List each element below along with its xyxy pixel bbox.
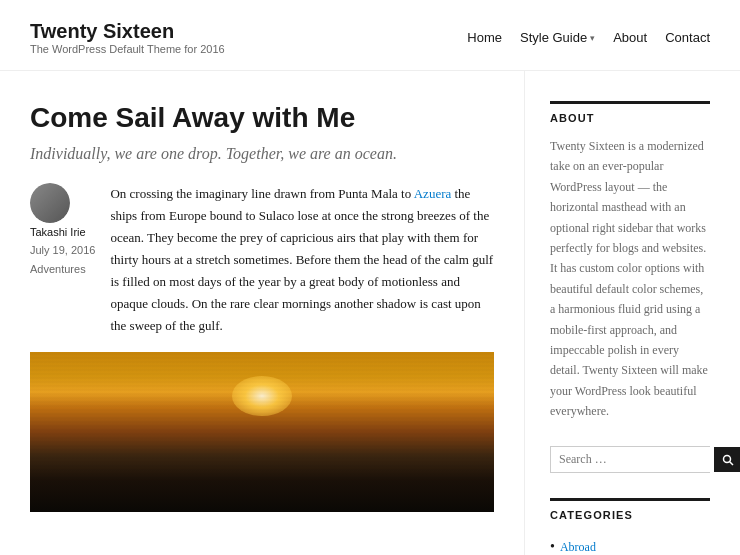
site-branding: Twenty Sixteen The WordPress Default The… xyxy=(30,20,225,55)
search-icon xyxy=(722,454,734,466)
post-date: July 19, 2016 xyxy=(30,241,95,260)
site-header: Twenty Sixteen The WordPress Default The… xyxy=(0,0,740,71)
author-name: Takashi Irie xyxy=(30,223,95,242)
post-body: Takashi Irie July 19, 2016 Adventures On… xyxy=(30,183,494,338)
post-title: Come Sail Away with Me xyxy=(30,101,494,135)
svg-point-0 xyxy=(724,455,731,462)
content-area: Come Sail Away with Me Individually, we … xyxy=(0,71,740,555)
post-subtitle: Individually, we are one drop. Together,… xyxy=(30,145,494,163)
main-nav: Home Style Guide ▾ About Contact xyxy=(467,30,710,45)
svg-line-1 xyxy=(730,461,734,465)
nav-style-guide[interactable]: Style Guide ▾ xyxy=(520,30,595,45)
avatar xyxy=(30,183,70,223)
list-item: Abroad xyxy=(550,533,710,555)
search-widget xyxy=(550,446,710,473)
post-text-area: On crossing the imaginary line drawn fro… xyxy=(110,183,494,338)
sidebar: ABOUT Twenty Sixteen is a modernized tak… xyxy=(525,71,710,555)
nav-contact[interactable]: Contact xyxy=(665,30,710,45)
post-body-text: On crossing the imaginary line drawn fro… xyxy=(110,183,494,338)
main-content: Come Sail Away with Me Individually, we … xyxy=(30,71,525,555)
about-widget-text: Twenty Sixteen is a modernized take on a… xyxy=(550,136,710,421)
categories-widget: CATEGORIES Abroad Adventures Balance Bay… xyxy=(550,498,710,555)
post-author-area: Takashi Irie July 19, 2016 Adventures xyxy=(30,183,95,338)
post-category: Adventures xyxy=(30,260,95,279)
post-link-azuera[interactable]: Azuera xyxy=(414,186,452,201)
category-abroad[interactable]: Abroad xyxy=(560,535,596,555)
search-form[interactable] xyxy=(550,446,710,473)
post-meta: Takashi Irie July 19, 2016 Adventures xyxy=(30,223,95,279)
about-widget: ABOUT Twenty Sixteen is a modernized tak… xyxy=(550,101,710,421)
categories-widget-title: CATEGORIES xyxy=(550,498,710,521)
categories-list: Abroad Adventures Balance Bay Boats Book… xyxy=(550,533,710,555)
chevron-down-icon: ▾ xyxy=(590,33,595,43)
post-image-container xyxy=(30,352,494,512)
search-input[interactable] xyxy=(551,447,714,472)
post-image xyxy=(30,352,494,512)
nav-home[interactable]: Home xyxy=(467,30,502,45)
site-description: The WordPress Default Theme for 2016 xyxy=(30,43,225,55)
about-widget-title: ABOUT xyxy=(550,101,710,124)
avatar-image xyxy=(30,183,70,223)
search-button[interactable] xyxy=(714,447,740,472)
page-wrapper: Twenty Sixteen The WordPress Default The… xyxy=(0,0,740,555)
nav-about[interactable]: About xyxy=(613,30,647,45)
site-title: Twenty Sixteen xyxy=(30,20,225,43)
